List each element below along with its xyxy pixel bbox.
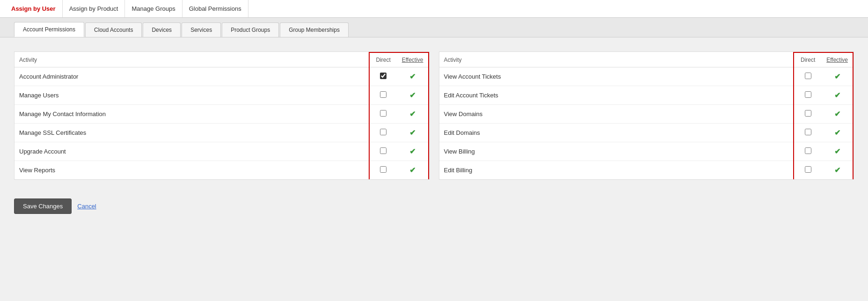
right-direct-header: Direct (794, 52, 822, 67)
activity-label: Edit Account Tickets (439, 86, 794, 105)
right-permissions-table: Activity Direct Effective View Account T… (439, 52, 854, 179)
effective-check-cell: ✔ (397, 161, 429, 180)
direct-checkbox[interactable] (380, 147, 387, 154)
direct-checkbox[interactable] (805, 91, 811, 98)
top-navigation: Assign by User Assign by Product Manage … (0, 0, 868, 18)
tab-services[interactable]: Services (182, 22, 221, 37)
effective-checkmark-icon: ✔ (834, 110, 840, 118)
effective-check-cell: ✔ (822, 105, 853, 124)
effective-checkmark-icon: ✔ (409, 147, 416, 155)
table-row: Edit Domains✔ (439, 124, 853, 142)
main-content: Activity Direct Effective Account Admini… (0, 37, 868, 281)
nav-assign-by-product[interactable]: Assign by Product (63, 0, 125, 17)
right-permissions-panel: Activity Direct Effective View Account T… (439, 51, 854, 180)
cancel-button[interactable]: Cancel (77, 203, 96, 210)
table-row: View Reports✔ (15, 161, 429, 180)
effective-checkmark-icon: ✔ (834, 129, 840, 137)
direct-checkbox-cell[interactable] (794, 105, 822, 124)
direct-checkbox[interactable] (805, 110, 811, 117)
effective-check-cell: ✔ (822, 86, 853, 105)
effective-checkmark-icon: ✔ (409, 129, 416, 137)
activity-label: View Domains (439, 105, 794, 124)
save-changes-button[interactable]: Save Changes (14, 198, 72, 214)
direct-checkbox-cell[interactable] (794, 86, 822, 105)
direct-checkbox[interactable] (380, 129, 387, 135)
effective-check-cell: ✔ (397, 67, 429, 86)
activity-label: Upgrade Account (15, 142, 369, 161)
activity-label: View Account Tickets (439, 67, 794, 86)
left-activity-header: Activity (15, 52, 369, 67)
effective-checkmark-icon: ✔ (834, 91, 840, 99)
activity-label: Edit Domains (439, 124, 794, 142)
activity-label: View Billing (439, 142, 794, 161)
table-row: Account Administrator✔ (15, 67, 429, 86)
effective-check-cell: ✔ (397, 142, 429, 161)
table-row: Edit Billing✔ (439, 161, 853, 180)
direct-checkbox[interactable] (805, 166, 811, 173)
table-row: Manage SSL Certificates✔ (15, 124, 429, 142)
table-row: View Account Tickets✔ (439, 67, 853, 86)
direct-checkbox[interactable] (805, 73, 811, 79)
nav-assign-by-user[interactable]: Assign by User (5, 0, 63, 17)
right-activity-header: Activity (439, 52, 794, 67)
left-permissions-panel: Activity Direct Effective Account Admini… (14, 51, 430, 180)
effective-checkmark-icon: ✔ (834, 73, 840, 81)
left-effective-header[interactable]: Effective (397, 52, 429, 67)
effective-check-cell: ✔ (822, 124, 853, 142)
left-direct-header: Direct (369, 52, 397, 67)
direct-checkbox[interactable] (380, 166, 387, 173)
direct-checkbox-cell[interactable] (369, 124, 397, 142)
effective-checkmark-icon: ✔ (409, 73, 416, 81)
effective-check-cell: ✔ (397, 105, 429, 124)
direct-checkbox[interactable] (380, 73, 387, 79)
effective-check-cell: ✔ (397, 124, 429, 142)
activity-label: Manage SSL Certificates (15, 124, 369, 142)
tab-cloud-accounts[interactable]: Cloud Accounts (85, 22, 142, 37)
footer-actions: Save Changes Cancel (14, 194, 854, 219)
effective-checkmark-icon: ✔ (834, 147, 840, 155)
direct-checkbox-cell[interactable] (369, 67, 397, 86)
right-effective-header[interactable]: Effective (822, 52, 853, 67)
effective-check-cell: ✔ (822, 67, 853, 86)
effective-check-cell: ✔ (397, 86, 429, 105)
direct-checkbox-cell[interactable] (794, 124, 822, 142)
permissions-panels: Activity Direct Effective Account Admini… (14, 51, 854, 180)
table-row: Manage Users✔ (15, 86, 429, 105)
direct-checkbox[interactable] (380, 91, 387, 98)
table-row: View Billing✔ (439, 142, 853, 161)
effective-checkmark-icon: ✔ (409, 166, 416, 174)
tab-devices[interactable]: Devices (143, 22, 181, 37)
tab-product-groups[interactable]: Product Groups (222, 22, 279, 37)
tab-account-permissions[interactable]: Account Permissions (14, 22, 84, 37)
activity-label: Manage My Contact Information (15, 105, 369, 124)
table-row: Edit Account Tickets✔ (439, 86, 853, 105)
tab-group-memberships[interactable]: Group Memberships (280, 22, 349, 37)
direct-checkbox-cell[interactable] (794, 142, 822, 161)
effective-check-cell: ✔ (822, 161, 853, 180)
table-row: Manage My Contact Information✔ (15, 105, 429, 124)
direct-checkbox-cell[interactable] (794, 161, 822, 180)
effective-checkmark-icon: ✔ (409, 91, 416, 99)
nav-manage-groups[interactable]: Manage Groups (125, 0, 182, 17)
sub-tab-bar: Account Permissions Cloud Accounts Devic… (0, 18, 868, 37)
direct-checkbox-cell[interactable] (369, 161, 397, 180)
activity-label: Account Administrator (15, 67, 369, 86)
activity-label: View Reports (15, 161, 369, 180)
effective-checkmark-icon: ✔ (834, 166, 840, 174)
direct-checkbox-cell[interactable] (794, 67, 822, 86)
nav-global-permissions[interactable]: Global Permissions (182, 0, 248, 17)
direct-checkbox-cell[interactable] (369, 142, 397, 161)
direct-checkbox-cell[interactable] (369, 105, 397, 124)
table-row: View Domains✔ (439, 105, 853, 124)
activity-label: Edit Billing (439, 161, 794, 180)
activity-label: Manage Users (15, 86, 369, 105)
left-permissions-table: Activity Direct Effective Account Admini… (15, 52, 429, 179)
table-row: Upgrade Account✔ (15, 142, 429, 161)
direct-checkbox[interactable] (805, 147, 811, 154)
direct-checkbox[interactable] (805, 129, 811, 135)
direct-checkbox[interactable] (380, 110, 387, 117)
effective-checkmark-icon: ✔ (409, 110, 416, 118)
effective-check-cell: ✔ (822, 142, 853, 161)
direct-checkbox-cell[interactable] (369, 86, 397, 105)
